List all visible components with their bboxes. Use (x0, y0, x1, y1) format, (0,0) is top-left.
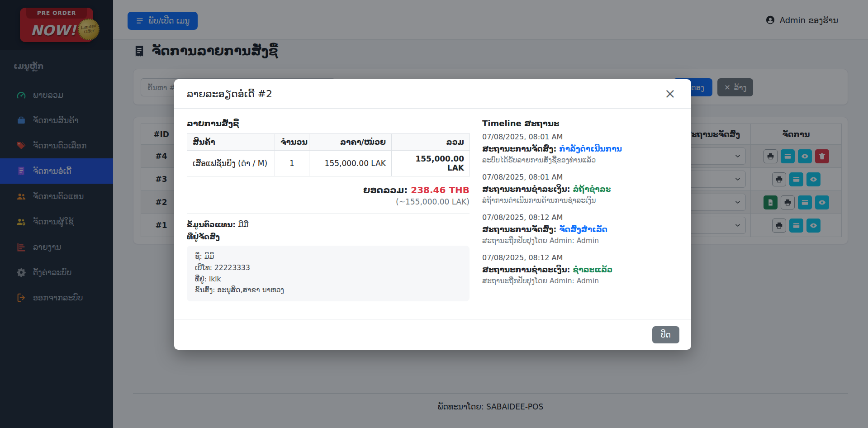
item-total: 155,000.00 LAK (392, 151, 470, 176)
timeline-desc: ສະຖານະຖືກປັບປຸງໂດຍ Admin: Admin (482, 237, 678, 245)
grand-total-label: ຍອດລວມ: (363, 185, 408, 195)
agent-info-line: ຂໍ້ມູນຕົວແທນ: ມີມີ່ (187, 220, 470, 229)
timeline-entry: 07/08/2025, 08:12 AM ສະຖານະການຈັດສົ່ງ: ຈ… (482, 213, 678, 245)
modal-footer: ປິດ (174, 319, 691, 350)
shipping-address: ທີ່ຢູ່: lklk (195, 274, 461, 285)
order-items-table: ສິນຄ້າ ຈຳນວນ ລາຄາ/ໜ່ວຍ ລວມ ເສື້ອແຟຊັ່ນຍິ… (187, 133, 470, 176)
agent-info-value: ມີມີ່ (238, 220, 248, 229)
grand-total-value: 238.46 THB (411, 185, 470, 195)
timeline-status-label: ສະຖານະການຊຳລະເງິນ: (482, 185, 570, 194)
timeline-status-label: ສະຖານະການຈັດສົ່ງ: (482, 225, 556, 234)
timeline-column: Timeline ສະຖານະ 07/08/2025, 08:01 AM ສະຖ… (482, 119, 678, 301)
modal-close-button[interactable]: ປິດ (652, 326, 679, 343)
close-icon[interactable]: × (662, 86, 678, 101)
timeline-heading: Timeline ສະຖານະ (482, 119, 678, 128)
item-qty: 1 (275, 151, 309, 176)
order-items-column: ລາຍການສັ່ງຊື້ ສິນຄ້າ ຈຳນວນ ລາຄາ/ໜ່ວຍ ລວມ (187, 119, 470, 301)
timeline-status-value: ຈັດສົ່ງສຳເລັດ (559, 225, 607, 234)
items-heading: ລາຍການສັ່ງຊື້ (187, 119, 470, 128)
items-col-product: ສິນຄ້າ (187, 134, 275, 151)
timeline-status-value: ກຳລັງດຳເນີນການ (559, 144, 622, 153)
timeline-status-label: ສະຖານະການຊຳລະເງິນ: (482, 265, 570, 274)
timeline-date: 07/08/2025, 08:01 AM (482, 173, 678, 181)
timeline-desc: ລໍຖ້າການດຳເນີນການດ້ານການຊຳລະເງິນ (482, 196, 678, 204)
timeline-status-label: ສະຖານະການຈັດສົ່ງ: (482, 144, 556, 153)
timeline-desc: ລະບົບໄດ້ຮັບລາຍການສັ່ງຊື້ຂອງທ່ານແລ້ວ (482, 156, 678, 164)
timeline-status-value: ລໍຖ້າຊຳລະ (573, 185, 611, 194)
timeline-entry: 07/08/2025, 08:01 AM ສະຖານະການຈັດສົ່ງ: ກ… (482, 133, 678, 164)
item-product: ເສື້ອແຟຊັ່ນຍິງ (ດຳ / M) (187, 151, 275, 176)
modal-header: ລາຍລະອຽດອໍເດີ້ #2 × (174, 79, 691, 109)
items-col-qty: ຈຳນວນ (275, 134, 309, 151)
items-col-total: ລວມ (392, 134, 470, 151)
items-col-unit-price: ລາຄາ/ໜ່ວຍ (309, 134, 392, 151)
shipping-address-box: ຊື່: ມີມີ່ ເບີໂທ: 22223333 ທີ່ຢູ່: lklk … (187, 246, 470, 301)
item-row: ເສື້ອແຟຊັ່ນຍິງ (ດຳ / M) 1 155,000.00 LAK… (187, 151, 470, 176)
timeline-entry: 07/08/2025, 08:01 AM ສະຖານະການຊຳລະເງິນ: … (482, 173, 678, 204)
timeline-status-value: ຊຳລະແລ້ວ (573, 265, 613, 274)
app-root: PRE ORDER NOW! Limited Offer ເມນູຫຼັກ ພາ… (0, 0, 868, 428)
shipping-name: ຊື່: ມີມີ່ (195, 251, 461, 262)
order-totals: ຍອດລວມ: 238.46 THB (~155,000.00 LAK) (187, 185, 470, 206)
divider (187, 214, 470, 214)
timeline-desc: ສະຖານະຖືກປັບປຸງໂດຍ Admin: Admin (482, 277, 678, 285)
shipping-carrier: ຂົນສົ່ງ: ອະນຸສິດ,ສາຂາ ນາຫວງ (195, 285, 461, 296)
grand-total-approx: (~155,000.00 LAK) (187, 197, 470, 206)
shipping-phone: ເບີໂທ: 22223333 (195, 262, 461, 274)
item-unit-price: 155,000.00 LAK (309, 151, 392, 176)
modal-title: ລາຍລະອຽດອໍເດີ້ #2 (187, 88, 272, 100)
timeline-date: 07/08/2025, 08:12 AM (482, 213, 678, 222)
modal-body: ລາຍການສັ່ງຊື້ ສິນຄ້າ ຈຳນວນ ລາຄາ/ໜ່ວຍ ລວມ (174, 109, 691, 301)
timeline-date: 07/08/2025, 08:12 AM (482, 253, 678, 262)
timeline-entry: 07/08/2025, 08:12 AM ສະຖານະການຊຳລະເງິນ: … (482, 253, 678, 285)
shipping-address-heading: ທີ່ຢູ່ຈັດສົ່ງ (187, 233, 470, 241)
agent-info-label: ຂໍ້ມູນຕົວແທນ: (187, 220, 236, 229)
timeline-date: 07/08/2025, 08:01 AM (482, 133, 678, 141)
order-details-modal: ລາຍລະອຽດອໍເດີ້ #2 × ລາຍການສັ່ງຊື້ ສິນຄ້າ… (174, 79, 691, 350)
